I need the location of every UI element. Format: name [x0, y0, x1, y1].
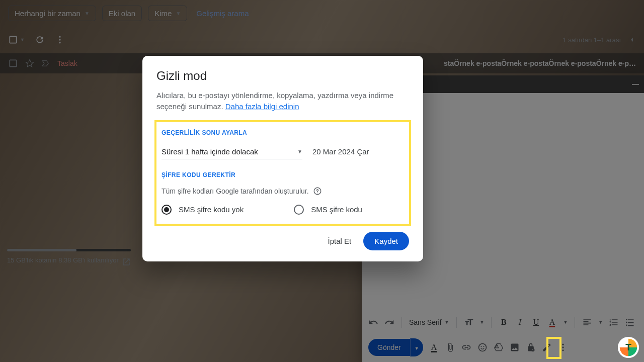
- help-icon[interactable]: [313, 187, 322, 196]
- confidential-mode-dialog: Gizli mod Alıcılara, bu e-postayı yönlen…: [142, 56, 423, 261]
- radio-icon: [294, 205, 304, 215]
- radio-no-sms[interactable]: SMS şifre kodu yok: [162, 205, 244, 215]
- cancel-button[interactable]: İptal Et: [326, 233, 354, 249]
- brand-badge: T: [617, 336, 640, 359]
- learn-more-link[interactable]: Daha fazla bilgi edinin: [225, 102, 299, 111]
- highlighted-section: GEÇERLİLİK SONU AYARLA Süresi 1 hafta iç…: [154, 120, 411, 226]
- expiration-date: 20 Mar 2024 Çar: [312, 147, 369, 156]
- radio-sms-label: SMS şifre kodu: [311, 205, 362, 214]
- expiration-section-title: GEÇERLİLİK SONU AYARLA: [162, 129, 404, 136]
- dialog-description: Alıcılara, bu e-postayı yönlendirme, kop…: [156, 90, 409, 112]
- radio-no-sms-label: SMS şifre kodu yok: [179, 205, 244, 214]
- expiration-value: Süresi 1 hafta içinde dolacak: [162, 147, 258, 156]
- passcode-section-title: ŞİFRE KODU GEREKTİR: [162, 171, 404, 178]
- radio-icon: [162, 205, 172, 215]
- passcode-desc: Tüm şifre kodları Google tarafından oluş…: [162, 187, 309, 195]
- expiration-select[interactable]: Süresi 1 hafta içinde dolacak ▼: [162, 144, 302, 159]
- save-button[interactable]: Kaydet: [363, 232, 409, 250]
- svg-text:T: T: [625, 342, 631, 352]
- caret-down-icon: ▼: [297, 149, 302, 154]
- dialog-title: Gizli mod: [156, 69, 409, 83]
- radio-sms[interactable]: SMS şifre kodu: [294, 205, 362, 215]
